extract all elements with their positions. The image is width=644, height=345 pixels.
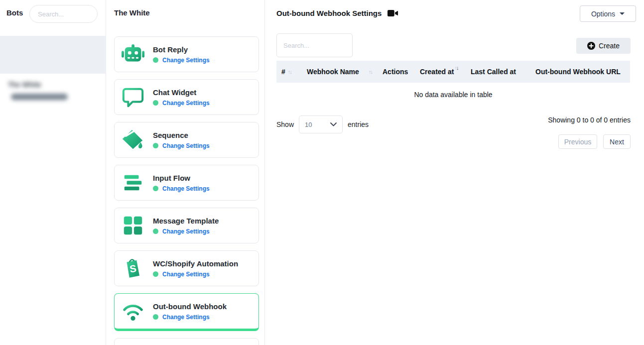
paint-bucket-icon <box>122 128 144 151</box>
show-label: Show <box>276 120 294 128</box>
card-title: Sequence <box>153 131 210 139</box>
card-title: WC/Shopify Automation <box>153 259 238 268</box>
page-title: Out-bound Webhook Settings <box>276 9 398 17</box>
sort-icon-active[interactable]: ↑↓ <box>454 65 458 71</box>
status-dot <box>153 229 158 234</box>
bot-phone-redacted <box>11 94 68 100</box>
bars-icon <box>122 171 144 194</box>
entries-summary: Showing 0 to 0 of 0 entries <box>548 116 631 124</box>
webhook-search-input[interactable] <box>276 33 353 57</box>
pagination: Previous Next <box>558 134 631 149</box>
sidebar-title: Bots <box>6 8 23 17</box>
card-title: Message Template <box>153 217 219 225</box>
card-input-flow[interactable]: Input Flow Change Settings <box>114 165 259 201</box>
previous-button[interactable]: Previous <box>558 134 597 149</box>
card-title: Bot Reply <box>153 45 210 54</box>
plus-circle-icon <box>587 42 595 50</box>
entries-label: entries <box>348 120 369 128</box>
change-settings-link[interactable]: Change Settings <box>162 185 210 192</box>
shopify-bag-icon: S <box>122 257 144 280</box>
bot-list-item-selected[interactable]: The White <box>0 36 106 74</box>
card-message-template[interactable]: Message Template Change Settings <box>114 208 259 243</box>
bots-sidebar: Bots The White <box>0 0 106 345</box>
page-size-value: 10 <box>305 121 312 128</box>
grid-icon <box>122 214 144 237</box>
status-dot <box>153 57 158 63</box>
chat-bubble-icon <box>122 86 144 109</box>
page-size-control: Show 10 entries <box>276 115 369 133</box>
column-header-last-called-at: Last Called at <box>471 61 535 83</box>
column-header-index[interactable]: # ↑↓ <box>276 61 301 83</box>
card-title: Out-bound Webhook <box>153 302 227 311</box>
card-out-bound-webhook[interactable]: Out-bound Webhook Change Settings <box>114 293 259 331</box>
card-bot-reply[interactable]: Bot Reply Change Settings <box>114 36 259 72</box>
card-wc-shopify-automation[interactable]: S WC/Shopify Automation Change Settings <box>114 250 259 286</box>
empty-table-message: No data available in table <box>276 83 630 107</box>
change-settings-link[interactable]: Change Settings <box>162 100 210 107</box>
status-dot <box>153 271 158 277</box>
change-settings-link[interactable]: Change Settings <box>162 228 210 235</box>
status-dot <box>153 100 158 106</box>
card-title: Chat Widget <box>153 88 210 97</box>
wifi-icon <box>122 300 144 323</box>
page-size-select[interactable]: 10 <box>299 115 343 133</box>
sort-icon[interactable]: ↑↓ <box>288 69 291 75</box>
card-sequence[interactable]: Sequence Change Settings <box>114 122 259 158</box>
column-header-webhook-url: Out-bound Webhook URL <box>535 61 630 83</box>
column-header-webhook-name[interactable]: Webhook Name ↑↓ <box>301 61 381 83</box>
chevron-down-icon <box>620 12 625 15</box>
outbound-webhook-settings-pane: Out-bound Webhook Settings Options Creat… <box>265 0 644 345</box>
create-button[interactable]: Create <box>576 38 631 54</box>
card-chat-widget[interactable]: Chat Widget Change Settings <box>114 79 259 115</box>
bot-name-redacted: The White <box>8 81 41 89</box>
status-dot <box>153 314 158 320</box>
column-header-actions: Actions <box>381 61 418 83</box>
card-partially-visible[interactable] <box>114 338 259 345</box>
card-title: Input Flow <box>153 174 210 182</box>
change-settings-link[interactable]: Change Settings <box>162 314 210 321</box>
video-camera-icon <box>387 9 398 17</box>
change-settings-link[interactable]: Change Settings <box>162 142 210 149</box>
change-settings-link[interactable]: Change Settings <box>162 271 210 278</box>
webhooks-table: # ↑↓ Webhook Name ↑↓ Actions Created at … <box>276 61 630 107</box>
bots-search-input[interactable] <box>29 5 98 23</box>
robot-icon <box>122 43 144 66</box>
status-dot <box>153 186 158 191</box>
bot-settings-panel: The White Bot Reply Change Settings <box>106 0 265 345</box>
table-header-row: # ↑↓ Webhook Name ↑↓ Actions Created at … <box>276 61 630 83</box>
column-header-created-at[interactable]: Created at ↑↓ <box>418 61 471 83</box>
status-dot <box>153 143 158 148</box>
options-button[interactable]: Options <box>580 5 636 22</box>
bot-panel-title: The White <box>114 8 150 17</box>
next-button[interactable]: Next <box>603 134 631 149</box>
change-settings-link[interactable]: Change Settings <box>162 57 210 64</box>
sort-icon[interactable]: ↑↓ <box>369 69 372 75</box>
settings-card-list: Bot Reply Change Settings Chat Widget Ch… <box>114 36 259 345</box>
chevron-down-icon <box>330 122 337 126</box>
